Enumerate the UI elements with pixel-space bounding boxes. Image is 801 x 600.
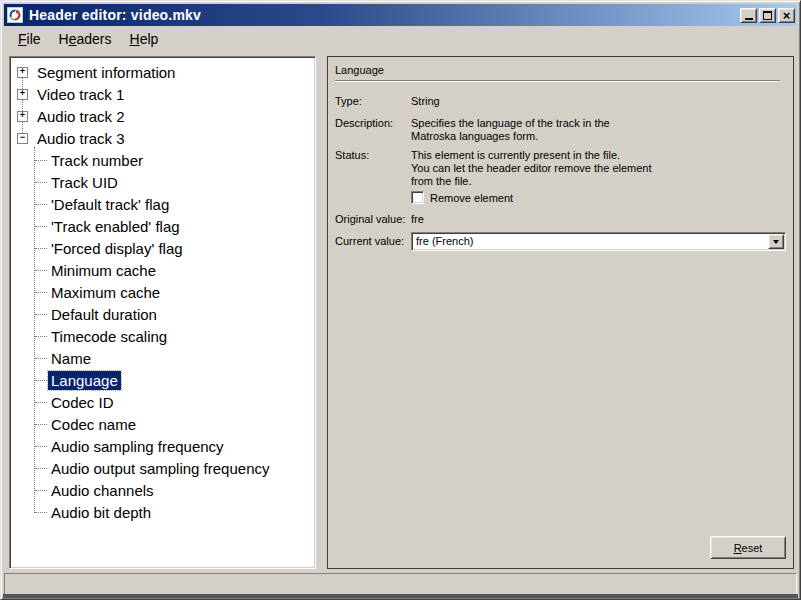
description-label: Description: [335, 117, 411, 130]
menu-headers-post: aders [77, 31, 112, 47]
tree-item-label: Codec ID [48, 393, 117, 412]
collapse-icon[interactable]: − [17, 133, 28, 144]
tree-item-audio-track-3[interactable]: −Audio track 3 [10, 127, 315, 149]
remove-element-label: Remove element [430, 192, 513, 204]
tree-item-default-track-flag[interactable]: 'Default track' flag [10, 193, 315, 215]
tree-item-label: Video track 1 [34, 85, 127, 104]
status-line: This element is currently present in the… [411, 149, 786, 162]
tree-item-label: Audio output sampling frequency [48, 459, 272, 478]
status-bar [4, 573, 797, 595]
window-title: Header editor: video.mkv [29, 7, 201, 23]
minimize-button[interactable] [740, 8, 757, 23]
tree-item-label: Name [48, 349, 94, 368]
menu-file[interactable]: File [9, 28, 50, 50]
tree-item-audio-bit-depth[interactable]: Audio bit depth [10, 501, 315, 523]
menu-headers-pre: H [59, 31, 69, 47]
description-value: Specifies the language of the track in t… [411, 117, 786, 143]
combobox-dropdown-button[interactable] [768, 234, 784, 249]
type-label: Type: [335, 95, 411, 108]
tree-item-language[interactable]: Language [10, 369, 315, 391]
tree-item-audio-sampling-frequency[interactable]: Audio sampling frequency [10, 435, 315, 457]
tree-item-label: 'Default track' flag [48, 195, 172, 214]
window-controls: × [740, 8, 795, 23]
description-line: Matroska languages form. [411, 130, 786, 143]
title-bar[interactable]: Header editor: video.mkv × [4, 4, 797, 26]
tree-item-track-uid[interactable]: Track UID [10, 171, 315, 193]
remove-element-checkbox[interactable] [411, 191, 424, 204]
tree-item-label: 'Forced display' flag [48, 239, 186, 258]
status-value: This element is currently present in the… [411, 149, 786, 188]
app-icon [7, 7, 23, 23]
status-line: from the file. [411, 175, 786, 188]
tree-item-label: Language [48, 371, 121, 390]
type-value: String [411, 95, 786, 108]
header-editor-window: Header editor: video.mkv × File Headers … [0, 0, 801, 600]
tree-item-name[interactable]: Name [10, 347, 315, 369]
tree-item-track-enabled-flag[interactable]: 'Track enabled' flag [10, 215, 315, 237]
original-value: fre [411, 213, 786, 226]
expand-icon[interactable]: + [17, 67, 28, 78]
menu-file-key: F [18, 31, 27, 47]
tree-item-timecode-scaling[interactable]: Timecode scaling [10, 325, 315, 347]
menu-help-key: H [130, 31, 140, 47]
menu-help-post: elp [140, 31, 159, 47]
current-value-label: Current value: [335, 235, 411, 248]
tree-item-label: 'Track enabled' flag [48, 217, 183, 236]
tree-item-codec-name[interactable]: Codec name [10, 413, 315, 435]
tree-item-label: Audio track 2 [34, 107, 128, 126]
tree-item-label: Audio sampling frequency [48, 437, 227, 456]
tree-item-forced-display-flag[interactable]: 'Forced display' flag [10, 237, 315, 259]
tree-panel: +Segment information+Video track 1+Audio… [9, 56, 316, 569]
tree-item-label: Track UID [48, 173, 121, 192]
tree-item-codec-id[interactable]: Codec ID [10, 391, 315, 413]
menu-help[interactable]: Help [121, 28, 168, 50]
minimize-icon [745, 18, 753, 20]
tree-item-label: Audio track 3 [34, 129, 128, 148]
tree-item-label: Default duration [48, 305, 160, 324]
status-label: Status: [335, 149, 411, 162]
header-tree: +Segment information+Video track 1+Audio… [10, 57, 315, 523]
reset-post: eset [742, 542, 763, 554]
menu-headers[interactable]: Headers [50, 28, 121, 50]
tree-item-label: Maximum cache [48, 283, 163, 302]
expand-icon[interactable]: + [17, 89, 28, 100]
original-value-label: Original value: [335, 213, 411, 226]
tree-item-label: Codec name [48, 415, 139, 434]
panel-divider [335, 80, 780, 82]
tree-item-minimum-cache[interactable]: Minimum cache [10, 259, 315, 281]
element-detail-panel: Language Type: String Description: Speci… [327, 56, 794, 569]
tree-item-audio-channels[interactable]: Audio channels [10, 479, 315, 501]
window-bottom-edge [3, 594, 798, 598]
chevron-down-icon [773, 240, 779, 244]
tree-item-audio-track-2[interactable]: +Audio track 2 [10, 105, 315, 127]
current-value-combobox[interactable]: fre (French) [411, 232, 786, 251]
reset-key: R [734, 542, 742, 554]
tree-item-video-track-1[interactable]: +Video track 1 [10, 83, 315, 105]
tree-item-label: Audio channels [48, 481, 157, 500]
tree-item-label: Audio bit depth [48, 503, 154, 522]
menu-bar: File Headers Help [4, 26, 797, 51]
expand-icon[interactable]: + [17, 111, 28, 122]
close-button[interactable]: × [778, 8, 795, 23]
reset-button[interactable]: Reset [710, 536, 786, 559]
tree-item-label: Segment information [34, 63, 178, 82]
status-line: You can let the header editor remove the… [411, 162, 786, 175]
tree-item-label: Minimum cache [48, 261, 159, 280]
maximize-icon [763, 11, 772, 20]
tree-item-audio-output-sampling-frequency[interactable]: Audio output sampling frequency [10, 457, 315, 479]
tree-item-segment-information[interactable]: +Segment information [10, 61, 315, 83]
panel-title: Language [335, 64, 786, 76]
maximize-button[interactable] [759, 8, 776, 23]
tree-item-track-number[interactable]: Track number [10, 149, 315, 171]
tree-item-default-duration[interactable]: Default duration [10, 303, 315, 325]
menu-file-post: ile [27, 31, 41, 47]
menu-headers-key: e [69, 31, 77, 47]
tree-item-label: Timecode scaling [48, 327, 170, 346]
close-icon: × [783, 10, 791, 21]
tree-item-label: Track number [48, 151, 146, 170]
tree-item-maximum-cache[interactable]: Maximum cache [10, 281, 315, 303]
description-line: Specifies the language of the track in t… [411, 117, 786, 130]
combobox-selected-value: fre (French) [412, 234, 768, 249]
